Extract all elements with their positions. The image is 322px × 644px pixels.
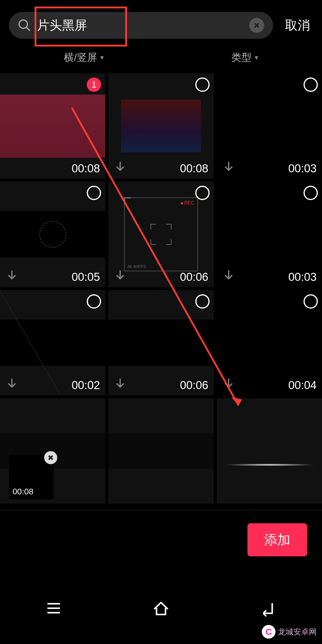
search-input[interactable] (37, 18, 243, 32)
nav-home-button[interactable] (151, 598, 171, 619)
download-icon (5, 377, 18, 390)
grid-cell[interactable]: 100:08 (0, 73, 105, 179)
selected-tray: 00:08 (0, 447, 322, 507)
search-icon (18, 19, 31, 32)
clip-duration: 00:04 (288, 379, 317, 392)
add-button[interactable]: 添加 (247, 523, 307, 556)
grid-cell[interactable]: 00:06 (108, 290, 213, 395)
watermark: C 龙城安卓网 (262, 625, 317, 639)
tray-item-duration: 00:08 (13, 487, 33, 496)
clip-duration: 00:08 (72, 162, 100, 175)
grid-cell[interactable]: REC4K 60FPS00:06 (108, 182, 213, 287)
svg-line-1 (26, 27, 30, 31)
selection-ring[interactable] (195, 78, 210, 92)
clip-duration: 00:03 (288, 162, 317, 175)
watermark-text: 龙城安卓网 (278, 627, 317, 637)
nav-recent-button[interactable] (43, 598, 64, 619)
svg-point-0 (19, 20, 27, 28)
footer: 添加 (0, 510, 322, 569)
clip-duration: 00:02 (72, 379, 100, 392)
cancel-button[interactable]: 取消 (282, 17, 313, 34)
download-icon (114, 160, 127, 173)
grid-cell[interactable]: 00:08 (108, 73, 213, 179)
clip-duration: 00:05 (72, 271, 100, 284)
grid-cell[interactable]: 00:02 (0, 290, 105, 395)
system-nav-bar (0, 590, 322, 626)
watermark-logo: C (262, 625, 275, 639)
selection-ring[interactable] (304, 78, 318, 92)
filter-orientation[interactable]: 横/竖屏 ▾ (64, 51, 103, 64)
grid-cell[interactable]: 00:03 (217, 182, 322, 287)
chevron-down-icon: ▾ (100, 53, 104, 62)
selection-ring[interactable] (195, 186, 210, 200)
clip-duration: 00:08 (180, 162, 208, 175)
download-icon (222, 377, 235, 390)
top-bar: 取消 (0, 0, 322, 48)
grid-cell[interactable]: 00:04 (217, 290, 322, 395)
selection-ring[interactable] (304, 186, 318, 200)
results-grid: 100:0800:0800:0300:05REC4K 60FPS00:0600:… (0, 73, 322, 504)
clip-duration: 00:06 (180, 379, 208, 392)
chevron-down-icon: ▾ (255, 53, 258, 62)
selection-ring[interactable] (87, 294, 101, 309)
tray-remove-button[interactable] (44, 451, 57, 464)
grid-cell[interactable]: 00:05 (0, 182, 105, 287)
clip-duration: 00:03 (288, 271, 317, 284)
filter-type[interactable]: 类型 ▾ (231, 51, 258, 64)
download-icon (5, 269, 18, 282)
download-icon (114, 269, 127, 282)
selection-badge[interactable]: 1 (87, 78, 101, 92)
clear-search-button[interactable] (249, 18, 264, 33)
download-icon (222, 269, 235, 282)
filter-orientation-label: 横/竖屏 (64, 51, 97, 64)
grid-cell[interactable]: 00:03 (217, 73, 322, 179)
search-field[interactable] (9, 12, 273, 39)
nav-back-button[interactable] (258, 598, 279, 619)
download-icon (114, 377, 127, 390)
tray-item[interactable]: 00:08 (9, 455, 54, 499)
selection-ring[interactable] (195, 294, 210, 309)
filter-row: 横/竖屏 ▾ 类型 ▾ (0, 48, 322, 73)
selection-ring[interactable] (304, 294, 318, 309)
clip-duration: 00:06 (180, 271, 208, 284)
filter-type-label: 类型 (231, 51, 252, 64)
download-icon (222, 160, 235, 173)
